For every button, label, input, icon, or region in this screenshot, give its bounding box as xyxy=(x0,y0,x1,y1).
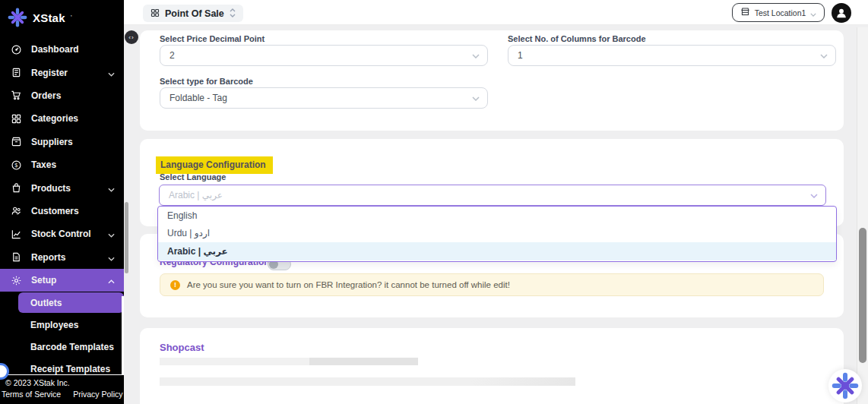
sidebar-item-suppliers[interactable]: Suppliers xyxy=(0,131,124,153)
sidebar-subitem-employees[interactable]: Employees xyxy=(0,314,124,336)
module-label: Point Of Sale xyxy=(165,8,224,19)
cart-icon xyxy=(11,90,22,101)
price-decimal-label: Select Price Decimal Point xyxy=(160,34,265,43)
fbr-warning-banner: ! Are you sure you want to turn on FBR I… xyxy=(160,273,824,296)
brand-logo: XStak ’ xyxy=(8,8,72,27)
chevron-down-icon xyxy=(108,66,115,80)
module-switcher[interactable]: Point Of Sale xyxy=(143,5,243,22)
barcode-columns-label: Select No. of Columns for Barcode xyxy=(508,34,646,43)
app-window: Point Of Sale Test Location1 ‹› Select P… xyxy=(0,0,868,404)
store-icon xyxy=(740,6,750,20)
customers-icon xyxy=(11,205,22,216)
chevron-up-icon xyxy=(108,273,115,287)
option-label: Arabic | عربي xyxy=(167,246,228,257)
sidebar-item-taxes[interactable]: $ Taxes xyxy=(0,153,124,176)
register-icon xyxy=(11,67,22,78)
shopcast-card: Shopcast xyxy=(140,328,844,404)
loading-spinner xyxy=(828,369,862,402)
sidebar-item-orders[interactable]: Orders xyxy=(0,84,124,107)
sort-arrows-icon xyxy=(230,7,236,21)
sidebar-footer: © 2023 XStak Inc. Terms of Service Priva… xyxy=(0,374,124,404)
xstak-flower-icon xyxy=(832,372,859,399)
reports-document-icon xyxy=(11,251,22,263)
grid-icon xyxy=(150,7,160,21)
sidebar-item-categories[interactable]: Categories xyxy=(0,107,124,130)
sidebar-nav: Dashboard Register Orders Categories Sup… xyxy=(0,38,124,380)
barcode-type-select[interactable]: Foldable - Tag xyxy=(160,87,488,109)
option-label: Urdu | اردو xyxy=(167,228,210,238)
language-option-arabic[interactable]: Arabic | عربي xyxy=(158,242,836,260)
inner-scrollbar-thumb[interactable] xyxy=(125,202,128,273)
language-option-english[interactable]: English xyxy=(158,207,836,225)
sidebar-subitem-outlets[interactable]: Outlets xyxy=(18,292,124,313)
skeleton-loader-bar xyxy=(160,358,418,365)
price-decimal-value: 2 xyxy=(169,50,175,61)
person-icon xyxy=(835,6,848,20)
warning-text: Are you sure you want to turn on FBR Int… xyxy=(187,280,510,289)
sidebar-item-customers[interactable]: Customers xyxy=(0,200,124,223)
stock-chart-icon xyxy=(11,229,22,240)
barcode-type-label: Select type for Barcode xyxy=(160,77,253,86)
barcode-settings-card: Select Price Decimal Point 2 Select No. … xyxy=(140,30,844,131)
barcode-columns-select[interactable]: 1 xyxy=(508,45,836,66)
xstak-flower-icon xyxy=(8,8,27,27)
barcode-type-value: Foldable - Tag xyxy=(169,93,227,103)
products-bag-icon xyxy=(11,182,22,194)
chevron-down-icon xyxy=(472,50,480,61)
dashboard-icon xyxy=(11,44,22,55)
skeleton-loader-bar xyxy=(160,377,575,386)
taxes-dollar-icon: $ xyxy=(11,159,22,171)
price-decimal-select[interactable]: 2 xyxy=(160,45,488,66)
language-option-urdu[interactable]: Urdu | اردو xyxy=(158,225,836,243)
sidebar-item-register[interactable]: Register xyxy=(0,61,124,84)
language-configuration-title: Language Configuration xyxy=(156,156,273,174)
setup-gear-icon xyxy=(11,275,22,286)
language-select[interactable]: Arabic | عربي xyxy=(159,185,826,206)
user-avatar[interactable] xyxy=(832,3,851,23)
sidebar-item-stock-control[interactable]: Stock Control xyxy=(0,223,124,245)
sidebar-item-reports[interactable]: Reports xyxy=(0,246,124,269)
language-select-value: Arabic | عربي xyxy=(169,190,223,200)
chevron-down-icon xyxy=(810,190,818,200)
shopcast-title: Shopcast xyxy=(160,342,204,353)
sidebar-subitem-barcode-templates[interactable]: Barcode Templates xyxy=(0,336,124,358)
chevron-down-icon xyxy=(810,6,816,20)
sidebar-item-dashboard[interactable]: Dashboard xyxy=(0,38,124,61)
content-scrollbar-thumb[interactable] xyxy=(859,228,866,363)
copyright-text: © 2023 XStak Inc. xyxy=(5,378,70,387)
terms-of-service-link[interactable]: Terms of Service xyxy=(2,390,61,399)
sidebar-collapse-button[interactable]: ‹› xyxy=(125,30,138,44)
location-label: Test Location1 xyxy=(755,8,806,17)
collapse-icon: ‹› xyxy=(128,34,134,41)
language-dropdown-menu: English Urdu | اردو Arabic | عربي xyxy=(157,206,837,262)
suppliers-box-icon xyxy=(11,136,22,147)
privacy-policy-link[interactable]: Privacy Policy xyxy=(73,390,122,399)
chevron-down-icon xyxy=(820,50,828,61)
option-label: English xyxy=(167,210,197,221)
top-bar: Point Of Sale Test Location1 xyxy=(124,0,868,25)
svg-text:$: $ xyxy=(14,162,18,169)
sidebar-item-products[interactable]: Products xyxy=(0,176,124,199)
barcode-columns-value: 1 xyxy=(518,50,523,61)
select-language-label: Select Language xyxy=(160,172,226,181)
chevron-down-icon xyxy=(108,181,115,195)
chevron-down-icon xyxy=(108,227,115,241)
chevron-down-icon xyxy=(472,93,480,103)
categories-grid-icon xyxy=(11,113,22,125)
brand-mark: ’ xyxy=(71,14,72,21)
sidebar-item-setup[interactable]: Setup xyxy=(0,269,124,292)
sidebar: XStak ’ Dashboard Register Orders Catego… xyxy=(0,0,124,404)
brand-name: XStak xyxy=(33,11,65,24)
chevron-down-icon xyxy=(108,251,115,264)
location-selector[interactable]: Test Location1 xyxy=(732,3,825,22)
warning-icon: ! xyxy=(170,280,180,290)
